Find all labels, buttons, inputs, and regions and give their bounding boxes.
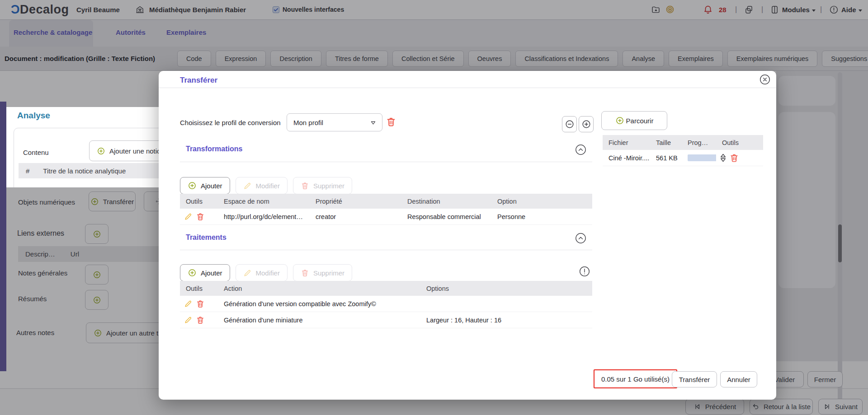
modal-annuler-label: Annuler xyxy=(727,376,750,383)
files-col-taille: Taille xyxy=(650,139,682,146)
transformation-row: http://purl.org/dc/element… creator Resp… xyxy=(180,209,592,225)
traitement-action: Génération d'une miniature xyxy=(218,317,420,324)
file-progress-cell xyxy=(682,154,716,161)
delete-file-trash-icon[interactable] xyxy=(729,153,739,163)
analyse-section-title: Analyse xyxy=(17,111,50,121)
files-col-progression: Prog… xyxy=(682,139,716,146)
plus-circle-icon xyxy=(581,119,591,129)
minus-circle-icon xyxy=(565,119,575,129)
file-reorder-control[interactable] xyxy=(720,154,726,162)
transfer-modal: Transférer Choisissez le profil de conve… xyxy=(159,71,776,400)
file-tools-cell xyxy=(716,153,763,163)
add-label: Ajouter xyxy=(201,269,222,277)
delete-trash-icon[interactable] xyxy=(196,212,205,221)
contenu-label: Contenu xyxy=(23,149,49,156)
expand-all-button[interactable] xyxy=(579,116,594,132)
traitements-table: Outils Action Options Génération d'une v… xyxy=(180,281,592,328)
row-tools xyxy=(180,299,218,308)
col-outils: Outils xyxy=(180,285,218,292)
file-row: Ciné -Miroir.... 561 KB xyxy=(603,150,763,166)
modal-annuler-button[interactable]: Annuler xyxy=(720,371,757,387)
delete-trash-icon[interactable] xyxy=(196,316,205,325)
files-table-header: Fichier Taille Prog… Outils xyxy=(603,135,763,150)
row-tools xyxy=(180,316,218,325)
transformations-divider xyxy=(180,162,592,162)
col-action: Action xyxy=(218,285,420,292)
traitement-action: Génération d'une version compatible avec… xyxy=(218,300,420,308)
col-destination: Destination xyxy=(401,198,491,205)
notice-col-title: Titre de la notice analytique xyxy=(29,167,126,175)
plus-circle-icon xyxy=(97,147,105,155)
select-caret-icon xyxy=(370,119,377,126)
storage-quota-indicator: 0.05 sur 1 Go utilisé(s) xyxy=(594,369,677,388)
col-options: Options xyxy=(420,285,592,292)
notice-col-num: # xyxy=(19,167,29,175)
edit-label: Modifier xyxy=(256,269,280,277)
plus-circle-icon xyxy=(188,268,197,277)
storage-quota-text: 0.05 sur 1 Go utilisé(s) xyxy=(601,375,670,383)
row-tools xyxy=(180,212,218,221)
transformations-table-header: Outils Espace de nom Propriété Destinati… xyxy=(180,194,592,209)
profile-select[interactable]: Mon profil xyxy=(287,113,382,131)
delete-label: Supprimer xyxy=(313,182,344,190)
file-name: Ciné -Miroir.... xyxy=(603,154,650,162)
transformation-destination: Responsable commercial xyxy=(401,213,491,220)
close-icon[interactable] xyxy=(759,74,771,85)
transformations-toolbar: Ajouter Modifier Supprimer xyxy=(180,177,352,194)
traitements-edit-button[interactable]: Modifier xyxy=(236,264,288,281)
col-outils: Outils xyxy=(180,198,218,205)
file-progress-bar xyxy=(688,154,716,161)
triangle-up-icon xyxy=(720,154,726,158)
pencil-icon xyxy=(243,182,252,190)
file-size: 561 KB xyxy=(650,154,682,162)
traitements-title: Traitements xyxy=(186,233,226,242)
delete-label: Supprimer xyxy=(313,269,344,277)
transformations-table: Outils Espace de nom Propriété Destinati… xyxy=(180,194,592,225)
col-propriete: Propriété xyxy=(310,198,401,205)
traitements-add-button[interactable]: Ajouter xyxy=(180,264,230,281)
files-table: Fichier Taille Prog… Outils Ciné -Miroir… xyxy=(603,135,763,166)
col-espace-de-nom: Espace de nom xyxy=(218,198,310,205)
add-label: Ajouter xyxy=(201,182,222,190)
traitements-info-icon[interactable] xyxy=(579,266,590,277)
col-option: Option xyxy=(491,198,592,205)
app-root: ƆDecalog Cyril Beaume Médiathèque Benjam… xyxy=(0,0,868,415)
transformations-title: Transformations xyxy=(186,145,242,153)
parcourir-button[interactable]: Parcourir xyxy=(601,111,667,130)
parcourir-label: Parcourir xyxy=(626,117,654,125)
traitements-toolbar: Ajouter Modifier Supprimer xyxy=(180,264,352,281)
modal-title-divider xyxy=(159,88,776,88)
triangle-down-icon xyxy=(720,158,726,162)
profile-label: Choisissez le profil de conversion xyxy=(180,119,281,126)
transformation-namespace: http://purl.org/dc/element… xyxy=(218,213,310,220)
traitement-row: Génération d'une version compatible avec… xyxy=(180,296,592,312)
modal-title: Transférer xyxy=(180,76,217,85)
delete-profile-trash-icon[interactable] xyxy=(386,117,396,127)
modal-transferer-label: Transférer xyxy=(679,376,710,383)
traitements-table-header: Outils Action Options xyxy=(180,281,592,296)
edit-pencil-icon[interactable] xyxy=(184,316,193,324)
profile-select-value: Mon profil xyxy=(293,119,323,126)
traitements-delete-button[interactable]: Supprimer xyxy=(293,264,352,281)
collapse-all-button[interactable] xyxy=(562,116,577,132)
transformations-delete-button[interactable]: Supprimer xyxy=(293,177,352,194)
traitement-options: Largeur : 16, Hauteur : 16 xyxy=(420,317,592,324)
transformations-add-button[interactable]: Ajouter xyxy=(180,177,230,194)
collapse-transformations-icon[interactable] xyxy=(575,144,587,156)
modal-transferer-button[interactable]: Transférer xyxy=(672,371,717,387)
plus-circle-icon xyxy=(615,116,624,125)
traitement-row: Génération d'une miniature Largeur : 16,… xyxy=(180,312,592,328)
files-col-outils: Outils xyxy=(716,139,763,146)
transformation-option: Personne xyxy=(491,213,592,220)
plus-circle-icon xyxy=(188,181,197,190)
delete-trash-icon[interactable] xyxy=(196,299,205,308)
trash-icon xyxy=(301,269,309,277)
traitements-divider xyxy=(180,250,592,250)
edit-pencil-icon[interactable] xyxy=(184,212,193,221)
edit-pencil-icon[interactable] xyxy=(184,299,193,308)
files-col-fichier: Fichier xyxy=(603,139,650,146)
pencil-icon xyxy=(243,269,252,277)
transformations-edit-button[interactable]: Modifier xyxy=(236,177,288,194)
add-notice-label: Ajouter une notice xyxy=(109,147,164,155)
collapse-traitements-icon[interactable] xyxy=(575,232,587,244)
